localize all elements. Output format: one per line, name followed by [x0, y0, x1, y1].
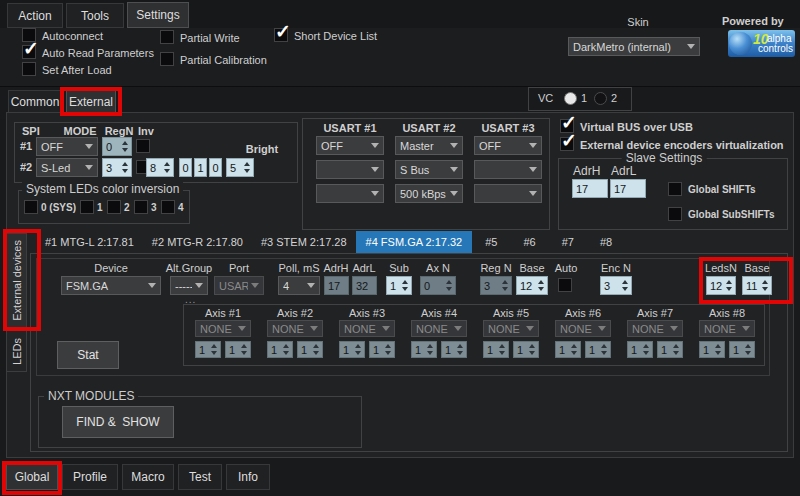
base-spinner[interactable]: 12: [516, 276, 548, 295]
device-regn-spinner[interactable]: 3: [480, 276, 512, 295]
encn-spinner[interactable]: 3: [600, 276, 632, 295]
usart1-proto-select[interactable]: [316, 160, 384, 179]
port-select[interactable]: USART2: [214, 276, 264, 295]
vc-radio-1[interactable]: [564, 92, 577, 105]
spi2-field-2[interactable]: 1: [194, 158, 207, 177]
spinner-arrows-icon[interactable]: [120, 162, 130, 173]
led-base-spinner[interactable]: 11: [742, 276, 772, 295]
spinner-arrows-icon[interactable]: [497, 344, 507, 355]
encoders-virtualization-checkbox[interactable]: [560, 137, 574, 151]
axis1-spinner-a[interactable]: 1: [195, 341, 221, 358]
device-tab-4[interactable]: #4 FSM.GA 2:17.32: [356, 231, 473, 253]
vc-radio-2[interactable]: [594, 92, 607, 105]
sysled-4-checkbox[interactable]: [161, 200, 175, 214]
device-tab-6[interactable]: #6: [510, 231, 548, 253]
spi2-regn-spinner[interactable]: 3: [102, 158, 132, 177]
usart2-baud-select[interactable]: 500 kBps: [395, 184, 463, 203]
sysled-3-checkbox[interactable]: [134, 200, 148, 214]
device-adrh-field[interactable]: 17: [324, 276, 349, 295]
axis5-spinner-b[interactable]: 1: [513, 341, 539, 358]
device-tab-8[interactable]: #8: [587, 231, 625, 253]
axis1-mode-select[interactable]: NONE: [195, 320, 251, 337]
sysled-2-checkbox[interactable]: [107, 200, 121, 214]
axis6-spinner-b[interactable]: 1: [585, 341, 611, 358]
global-subshifts-checkbox[interactable]: [668, 207, 682, 221]
skin-select[interactable]: DarkMetro (internal): [568, 37, 700, 56]
axis4-spinner-a[interactable]: 1: [411, 341, 437, 358]
usart3-baud-select[interactable]: [474, 184, 542, 203]
spinner-arrows-icon[interactable]: [281, 344, 291, 355]
axis1-spinner-b[interactable]: 1: [225, 341, 251, 358]
find-show-button[interactable]: FIND & SHOW: [62, 406, 174, 438]
usart1-mode-select[interactable]: OFF: [316, 136, 384, 155]
partial-calibration-checkbox[interactable]: [160, 52, 174, 66]
tab-external[interactable]: External: [66, 90, 116, 113]
menu-tab-settings[interactable]: Settings: [127, 2, 189, 28]
sub-spinner[interactable]: 1: [386, 276, 412, 295]
spinner-arrows-icon[interactable]: [425, 344, 435, 355]
usart1-baud-select[interactable]: [316, 184, 384, 203]
axis3-spinner-a[interactable]: 1: [339, 341, 365, 358]
spi2-field-1[interactable]: 0: [179, 158, 192, 177]
spinner-arrows-icon[interactable]: [724, 280, 734, 291]
slave-adrl-field[interactable]: 17: [610, 179, 646, 198]
partial-write-checkbox[interactable]: [160, 30, 174, 44]
short-device-list-checkbox[interactable]: [274, 28, 288, 42]
axis5-mode-select[interactable]: NONE: [483, 320, 539, 337]
sysled-0-checkbox[interactable]: [24, 200, 38, 214]
axis2-spinner-a[interactable]: 1: [267, 341, 293, 358]
device-tab-2[interactable]: #2 MTG-R 2:17.80: [143, 231, 252, 253]
axis4-mode-select[interactable]: NONE: [411, 320, 467, 337]
menu-tab-action[interactable]: Action: [7, 3, 63, 28]
poll-select[interactable]: 4: [278, 276, 320, 295]
spinner-arrows-icon[interactable]: [599, 344, 609, 355]
set-after-load-checkbox[interactable]: [22, 62, 36, 76]
axis2-mode-select[interactable]: NONE: [267, 320, 323, 337]
axis7-spinner-b[interactable]: 1: [657, 341, 683, 358]
usart3-proto-select[interactable]: [474, 160, 542, 179]
axis6-mode-select[interactable]: NONE: [555, 320, 611, 337]
spinner-arrows-icon[interactable]: [760, 280, 770, 291]
alpha-controls-logo[interactable]: 10 alpha controls: [728, 30, 795, 57]
axis8-mode-select[interactable]: NONE: [699, 320, 755, 337]
axis5-spinner-a[interactable]: 1: [483, 341, 509, 358]
side-tab-leds[interactable]: LEDs: [6, 330, 27, 372]
spinner-arrows-icon[interactable]: [620, 280, 630, 291]
spinner-arrows-icon[interactable]: [120, 141, 130, 152]
axis8-spinner-a[interactable]: 1: [699, 341, 725, 358]
axn-spinner[interactable]: 0: [420, 276, 456, 295]
tab-common[interactable]: Common: [8, 90, 62, 113]
spinner-arrows-icon[interactable]: [353, 344, 363, 355]
menu-tab-tools[interactable]: Tools: [66, 3, 124, 28]
ledsn-spinner[interactable]: 12: [706, 276, 736, 295]
spinner-arrows-icon[interactable]: [162, 162, 172, 173]
axis8-spinner-b[interactable]: 1: [729, 341, 755, 358]
bright-spinner[interactable]: 5: [226, 158, 254, 177]
bottom-tab-profile[interactable]: Profile: [62, 464, 118, 490]
device-adrl-field[interactable]: 32: [352, 276, 377, 295]
side-tab-external-devices[interactable]: External devices: [6, 233, 27, 328]
spinner-arrows-icon[interactable]: [743, 344, 753, 355]
device-tab-3[interactable]: #3 STEM 2:17.28: [252, 231, 356, 253]
axis4-spinner-b[interactable]: 1: [441, 341, 467, 358]
usart2-mode-select[interactable]: Master: [395, 136, 463, 155]
axis7-mode-select[interactable]: NONE: [627, 320, 683, 337]
spinner-arrows-icon[interactable]: [713, 344, 723, 355]
spinner-arrows-icon[interactable]: [641, 344, 651, 355]
spinner-arrows-icon[interactable]: [209, 344, 219, 355]
global-shifts-checkbox[interactable]: [668, 182, 682, 196]
altgroup-select[interactable]: -----: [170, 276, 208, 295]
spinner-arrows-icon[interactable]: [400, 280, 410, 291]
bottom-tab-test[interactable]: Test: [178, 464, 222, 490]
spinner-arrows-icon[interactable]: [242, 162, 252, 173]
spinner-arrows-icon[interactable]: [671, 344, 681, 355]
spinner-arrows-icon[interactable]: [455, 344, 465, 355]
spinner-arrows-icon[interactable]: [383, 344, 393, 355]
stat-button[interactable]: Stat: [57, 341, 119, 369]
axis3-spinner-b[interactable]: 1: [369, 341, 395, 358]
spinner-arrows-icon[interactable]: [444, 280, 454, 291]
device-select[interactable]: FSM.GA: [61, 276, 161, 295]
spi2-mode-select[interactable]: S-Led: [36, 158, 98, 177]
spi1-mode-select[interactable]: OFF: [36, 137, 98, 156]
spinner-arrows-icon[interactable]: [239, 344, 249, 355]
